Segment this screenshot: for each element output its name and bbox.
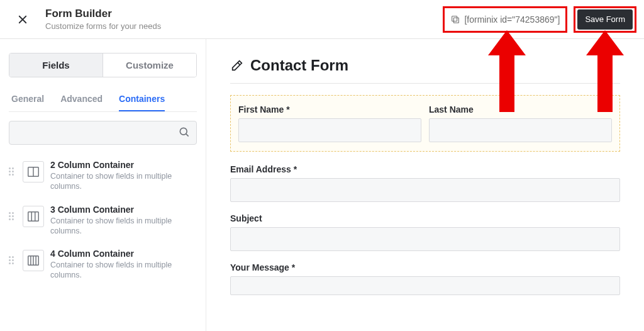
form-field-last-name: Last Name: [429, 104, 612, 142]
two-column-container[interactable]: First Name * Last Name: [230, 95, 620, 152]
search-input[interactable]: [9, 121, 197, 145]
field-label: Last Name: [429, 104, 612, 115]
drag-handle-icon: [9, 212, 16, 220]
form-field-email: Email Address *: [230, 164, 620, 202]
embed-code-button[interactable]: [forminix id="74253869"]: [447, 14, 564, 25]
drag-handle-icon: [9, 256, 16, 264]
container-item-2col[interactable]: 2 Column Container Container to show fie…: [9, 155, 197, 199]
text-input[interactable]: [429, 118, 612, 142]
subtab-general[interactable]: General: [11, 89, 44, 111]
text-input[interactable]: [238, 118, 421, 142]
columns-2-icon: [23, 161, 44, 182]
container-item-desc: Container to show fields in multiple col…: [50, 216, 194, 237]
body: Fields Customize General Advanced Contai…: [0, 39, 644, 331]
edit-icon: [230, 59, 244, 72]
text-input[interactable]: [230, 178, 620, 202]
container-item-title: 2 Column Container: [50, 160, 194, 170]
search-wrap: [9, 121, 197, 145]
embed-code-text: [forminix id="74253869"]: [464, 14, 560, 25]
close-button[interactable]: [11, 8, 34, 31]
svg-rect-3: [452, 16, 457, 21]
svg-line-7: [186, 134, 189, 137]
container-item-4col[interactable]: 4 Column Container Container to show fie…: [9, 244, 197, 288]
container-item-3col[interactable]: 3 Column Container Container to show fie…: [9, 199, 197, 244]
field-label: Subject: [230, 213, 620, 223]
drag-handle-icon: [9, 167, 16, 176]
columns-4-icon: [23, 250, 44, 271]
close-icon: [17, 14, 28, 25]
copy-icon: [450, 14, 460, 25]
container-item-title: 3 Column Container: [50, 205, 194, 215]
field-label: Your Message *: [230, 262, 620, 272]
form-title: Contact Form: [250, 57, 348, 74]
form-canvas: Contact Form First Name * Last Name Emai…: [206, 39, 644, 331]
text-input[interactable]: [230, 227, 620, 251]
sidebar: Fields Customize General Advanced Contai…: [0, 39, 206, 331]
sub-tabs: General Advanced Containers: [9, 89, 197, 112]
container-item-title: 4 Column Container: [50, 249, 194, 259]
embed-code-highlight: [forminix id="74253869"]: [443, 6, 567, 33]
tab-customize[interactable]: Customize: [103, 53, 196, 77]
textarea-input[interactable]: [230, 276, 620, 295]
tab-fields[interactable]: Fields: [9, 53, 103, 77]
subtab-containers[interactable]: Containers: [119, 89, 165, 111]
header-title: Form Builder: [45, 8, 161, 20]
save-button[interactable]: Save Form: [577, 9, 633, 30]
header-subtitle: Customize forms for your needs: [45, 21, 161, 31]
svg-point-6: [180, 128, 187, 135]
search-icon: [178, 126, 191, 138]
svg-rect-2: [454, 18, 459, 23]
form-field-first-name: First Name *: [238, 104, 421, 142]
field-label: First Name *: [238, 104, 421, 115]
save-button-highlight: Save Form: [574, 6, 636, 33]
form-field-subject: Subject: [230, 213, 620, 251]
main-tabs: Fields Customize: [9, 53, 197, 77]
container-item-desc: Container to show fields in multiple col…: [50, 171, 194, 192]
svg-rect-10: [28, 211, 39, 221]
columns-3-icon: [23, 206, 44, 227]
header-titles: Form Builder Customize forms for your ne…: [45, 8, 161, 31]
form-title-row[interactable]: Contact Form: [230, 57, 620, 74]
divider: [230, 83, 620, 84]
field-label: Email Address *: [230, 164, 620, 174]
header: Form Builder Customize forms for your ne…: [0, 0, 644, 39]
container-item-desc: Container to show fields in multiple col…: [50, 260, 194, 281]
subtab-advanced[interactable]: Advanced: [60, 89, 103, 111]
form-field-message: Your Message *: [230, 262, 620, 295]
